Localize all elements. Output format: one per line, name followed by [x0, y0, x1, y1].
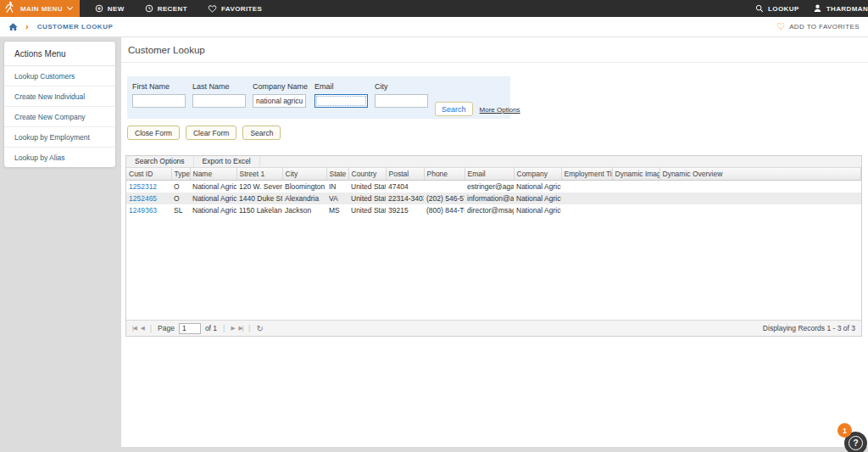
customer-lookup-form: First Name Last Name Company Name Email …	[127, 76, 510, 119]
cell-name: National Agricul...	[190, 181, 236, 193]
user-menu[interactable]: THARDMAN...	[813, 1, 868, 16]
table-row[interactable]: 1249363 SL National Agricul... 1150 Lake…	[126, 204, 861, 216]
company-name-input[interactable]	[253, 94, 306, 108]
main-menu-label: MAIN MENU	[20, 5, 63, 13]
next-page-button[interactable]: ▶	[231, 325, 234, 332]
close-form-button[interactable]: Close Form	[127, 126, 180, 140]
col-phone[interactable]: Phone	[424, 168, 465, 181]
cust-id-link[interactable]: 1252465	[126, 193, 171, 204]
chevron-down-icon	[67, 4, 73, 10]
nav-recent[interactable]: RECENT	[145, 1, 187, 16]
sidebar-item-lookup-customers[interactable]: Lookup Customers	[4, 66, 115, 86]
export-to-excel-button[interactable]: Export to Excel	[194, 156, 260, 167]
page-number-input[interactable]	[179, 323, 201, 334]
cell-email: information@ag...	[465, 193, 514, 204]
col-postal[interactable]: Postal	[386, 168, 424, 181]
cell-type: O	[171, 181, 190, 193]
pagination-divider: |	[148, 324, 153, 332]
cell-company: National Agricul...	[514, 193, 561, 204]
search-options-button[interactable]: Search Options	[126, 156, 194, 167]
clock-icon	[145, 1, 153, 16]
cell-dynamic-overview	[659, 193, 861, 204]
cell-dynamic-images	[612, 204, 659, 216]
top-bar: MAIN MENU NEW RECENT FAVORITES L	[0, 0, 868, 17]
col-cust-id[interactable]: Cust ID	[126, 168, 171, 181]
city-input[interactable]	[375, 94, 428, 108]
col-country[interactable]: Country	[348, 168, 386, 181]
cell-employment-title	[561, 181, 612, 193]
actions-menu-panel: Actions Menu Lookup Customers Create New…	[3, 41, 116, 168]
prev-page-button[interactable]: ◀	[141, 325, 144, 332]
cell-city: Alexandria	[282, 193, 326, 204]
col-employment-title[interactable]: Employment Title	[561, 168, 612, 181]
col-city[interactable]: City	[282, 168, 326, 181]
email-label: Email	[314, 82, 368, 91]
col-email[interactable]: Email	[465, 168, 514, 181]
search-button[interactable]: Search	[242, 126, 281, 140]
nav-new[interactable]: NEW	[95, 1, 125, 16]
col-dynamic-overview[interactable]: Dynamic Overview	[659, 168, 861, 181]
plus-circle-icon	[95, 1, 103, 16]
main-menu-button[interactable]: MAIN MENU	[0, 0, 80, 17]
cust-id-link[interactable]: 1249363	[126, 204, 171, 216]
top-bar-right: LOOKUP THARDMAN...	[755, 1, 868, 16]
cell-phone: (202) 546-5722	[424, 193, 465, 204]
clear-form-button[interactable]: Clear Form	[186, 126, 237, 140]
col-street-1[interactable]: Street 1	[236, 168, 282, 181]
cell-postal: 22314-3403	[386, 193, 424, 204]
breadcrumb: › CUSTOMER LOOKUP ♡ ADD TO FAVORITES	[0, 17, 868, 37]
nav-recent-label: RECENT	[158, 5, 187, 13]
add-to-favorites-label: ADD TO FAVORITES	[789, 23, 860, 31]
lookup-label: LOOKUP	[768, 5, 799, 13]
more-options-link[interactable]: More Options	[480, 106, 520, 114]
col-dynamic-images[interactable]: Dynamic Images	[612, 168, 659, 181]
table-row[interactable]: 1252465 O National Agricul... 1440 Duke …	[126, 193, 861, 204]
cell-country: United Stat...	[348, 181, 386, 193]
breadcrumb-page-label[interactable]: CUSTOMER LOOKUP	[37, 23, 114, 31]
cell-state: VA	[326, 193, 348, 204]
cell-country: United Stat...	[348, 204, 386, 216]
form-search-button[interactable]: Search	[435, 102, 473, 116]
results-grid: Search Options Export to Excel Cust ID T…	[125, 155, 862, 337]
results-table: Cust ID Type Name Street 1 City State Co…	[126, 168, 861, 216]
cust-id-link[interactable]: 1252312	[126, 181, 171, 193]
col-company[interactable]: Company	[514, 168, 561, 181]
lookup-button[interactable]: LOOKUP	[755, 1, 799, 16]
col-name[interactable]: Name	[190, 168, 236, 181]
sidebar-item-create-new-individual[interactable]: Create New Individual	[4, 86, 115, 107]
city-field: City	[375, 82, 428, 108]
table-row[interactable]: 1252312 O National Agricul... 120 W. Sev…	[126, 181, 861, 193]
app-logo-icon	[4, 1, 15, 17]
add-to-favorites-button[interactable]: ♡ ADD TO FAVORITES	[776, 22, 860, 31]
email-input[interactable]	[314, 94, 368, 108]
cell-city: Jackson	[282, 204, 326, 216]
nav-favorites[interactable]: FAVORITES	[208, 1, 262, 16]
first-page-button[interactable]: |◀	[132, 325, 136, 332]
cell-city: Bloomington	[282, 181, 326, 193]
cell-phone: (800) 844-TOUR	[424, 204, 465, 216]
pagination-divider: |	[247, 324, 252, 332]
col-type[interactable]: Type	[171, 168, 190, 181]
page-label: Page	[158, 324, 175, 332]
company-name-field: Company Name	[253, 82, 308, 108]
col-state[interactable]: State	[326, 168, 348, 181]
sidebar-item-create-new-company[interactable]: Create New Company	[4, 107, 115, 127]
refresh-icon[interactable]: ↻	[256, 324, 263, 333]
cell-street: 1150 Lakeland ...	[236, 204, 282, 216]
cell-type: SL	[171, 204, 190, 216]
last-name-field: Last Name	[192, 82, 246, 108]
first-name-label: First Name	[132, 82, 186, 91]
cell-email: estringer@agavi...	[465, 181, 514, 193]
cell-street: 120 W. Seventh...	[236, 181, 282, 193]
question-mark-icon: ?	[849, 436, 863, 450]
last-page-button[interactable]: ▶|	[238, 325, 242, 332]
cell-postal: 39215	[386, 204, 424, 216]
sidebar-item-lookup-by-alias[interactable]: Lookup by Alias	[4, 148, 115, 167]
notification-badge[interactable]: 1	[837, 423, 852, 438]
nav-favorites-label: FAVORITES	[221, 5, 262, 13]
first-name-input[interactable]	[132, 94, 186, 108]
home-icon[interactable]	[8, 20, 18, 35]
last-name-input[interactable]	[192, 94, 246, 108]
sidebar-item-lookup-by-employment[interactable]: Lookup by Employment	[4, 127, 115, 148]
company-name-label: Company Name	[253, 82, 308, 91]
